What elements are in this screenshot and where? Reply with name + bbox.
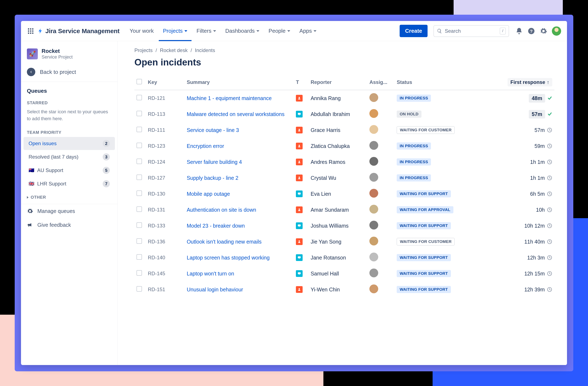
issue-summary-link[interactable]: Supply backup - line 2	[185, 170, 294, 186]
row-checkbox[interactable]	[136, 159, 142, 164]
row-checkbox[interactable]	[136, 206, 142, 212]
issue-summary-link[interactable]: Machine 1 - equipment maintenance	[185, 90, 294, 106]
issue-summary-link[interactable]: Outlook isn't loading new emails	[185, 234, 294, 250]
issue-summary-link[interactable]: Mobile app outage	[185, 186, 294, 202]
assignee-avatar[interactable]	[369, 237, 378, 245]
row-checkbox[interactable]	[136, 111, 142, 116]
queue-item[interactable]: Open issues2	[23, 137, 115, 150]
issue-summary-link[interactable]: Server failure building 4	[185, 154, 294, 170]
issue-key[interactable]: RD-151	[146, 282, 185, 297]
assignee-avatar[interactable]	[369, 189, 378, 198]
app-switcher-icon[interactable]	[27, 27, 34, 35]
assignee-avatar[interactable]	[369, 125, 378, 134]
breadcrumb: Projects / Rocket desk / Incidents	[134, 47, 554, 53]
nav-dashboards[interactable]: Dashboards	[221, 21, 264, 41]
assignee-avatar[interactable]	[369, 205, 378, 213]
issue-key[interactable]: RD-124	[146, 154, 185, 170]
reporter-name: Joshua Williams	[309, 218, 367, 234]
issue-summary-link[interactable]: Laptop won't turn on	[185, 266, 294, 282]
issue-key[interactable]: RD-121	[146, 90, 185, 106]
breadcrumb-item[interactable]: Rocket desk	[160, 47, 188, 53]
assignee-avatar[interactable]	[369, 173, 378, 182]
issue-key[interactable]: RD-140	[146, 250, 185, 266]
queue-item[interactable]: Resolved (last 7 days)3	[23, 150, 115, 163]
assignee-avatar[interactable]	[369, 93, 378, 102]
issue-key[interactable]: RD-130	[146, 186, 185, 202]
clock-icon	[547, 127, 552, 133]
nav-filters[interactable]: Filters	[192, 21, 220, 41]
assignee-avatar[interactable]	[369, 109, 378, 118]
svg-rect-19	[298, 272, 301, 274]
search-input[interactable]: Search /	[433, 25, 509, 37]
product-logo[interactable]: Jira Service Management	[37, 27, 120, 35]
issue-key[interactable]: RD-131	[146, 202, 185, 218]
row-checkbox[interactable]	[136, 222, 142, 228]
page-title: Open incidents	[134, 57, 554, 68]
assignee-avatar[interactable]	[369, 285, 378, 293]
create-button[interactable]: Create	[400, 25, 428, 37]
issue-summary-link[interactable]: Unusual login behaviour	[185, 282, 294, 297]
assignee-avatar[interactable]	[369, 269, 378, 277]
queue-item[interactable]: 🇬🇧LHR Support7	[23, 177, 115, 190]
clock-icon	[547, 255, 552, 260]
col-assignee[interactable]: Assig...	[367, 75, 395, 90]
assignee-avatar[interactable]	[369, 221, 378, 230]
table-row: RD-121Machine 1 - equipment maintenanceA…	[134, 90, 554, 106]
row-checkbox[interactable]	[136, 143, 142, 148]
row-checkbox[interactable]	[136, 270, 142, 276]
col-summary[interactable]: Summary	[185, 75, 294, 90]
queue-label: Open issues	[29, 141, 57, 146]
help-icon[interactable]: ?	[527, 27, 535, 35]
clock-icon	[547, 191, 552, 196]
search-placeholder: Search	[445, 28, 461, 34]
breadcrumb-item[interactable]: Incidents	[195, 47, 215, 53]
select-all-checkbox[interactable]	[136, 79, 142, 84]
queue-item[interactable]: 🇦🇺AU Support5	[23, 164, 115, 177]
issue-summary-link[interactable]: Authentication on site is down	[185, 202, 294, 218]
breadcrumb-item[interactable]: Projects	[134, 47, 153, 53]
col-type[interactable]: T	[294, 75, 309, 90]
nav-your-work[interactable]: Your work	[125, 21, 158, 41]
col-status[interactable]: Status	[395, 75, 466, 90]
row-checkbox[interactable]	[136, 127, 142, 132]
reporter-name: Annika Rang	[309, 90, 367, 106]
reporter-name: Jane Rotanson	[309, 250, 367, 266]
issue-key[interactable]: RD-136	[146, 234, 185, 250]
nav-projects[interactable]: Projects	[159, 21, 191, 41]
other-section-toggle[interactable]: OTHER	[21, 191, 117, 204]
col-first-response[interactable]: First response ↑	[466, 75, 554, 90]
issue-summary-link[interactable]: Model 23 - breaker down	[185, 218, 294, 234]
notifications-icon[interactable]	[515, 27, 523, 35]
nav-people[interactable]: People	[264, 21, 294, 41]
manage-queues[interactable]: Manage queues	[21, 204, 117, 218]
row-checkbox[interactable]	[136, 95, 142, 100]
issue-summary-link[interactable]: Encryption error	[185, 138, 294, 154]
row-checkbox[interactable]	[136, 254, 142, 260]
row-checkbox[interactable]	[136, 191, 142, 196]
nav-apps[interactable]: Apps	[295, 21, 321, 41]
row-checkbox[interactable]	[136, 286, 142, 292]
issue-summary-link[interactable]: Laptop screen has stopped working	[185, 250, 294, 266]
issue-key[interactable]: RD-145	[146, 266, 185, 282]
issue-summary-link[interactable]: Malware detected on several workstations	[185, 106, 294, 122]
issue-key[interactable]: RD-127	[146, 170, 185, 186]
give-feedback[interactable]: Give feedback	[21, 218, 117, 232]
row-checkbox[interactable]	[136, 174, 142, 180]
settings-icon[interactable]	[540, 27, 547, 35]
reporter-name: Abdullah Ibrahim	[309, 106, 367, 122]
assignee-avatar[interactable]	[369, 157, 378, 166]
issue-key[interactable]: RD-113	[146, 106, 185, 122]
issue-summary-link[interactable]: Service outage - line 3	[185, 122, 294, 138]
issue-key[interactable]: RD-123	[146, 138, 185, 154]
issue-key[interactable]: RD-111	[146, 122, 185, 138]
assignee-avatar[interactable]	[369, 252, 378, 261]
col-key[interactable]: Key	[146, 75, 185, 90]
profile-avatar[interactable]	[552, 26, 561, 36]
issue-key[interactable]: RD-133	[146, 218, 185, 234]
back-to-project[interactable]: Back to project	[21, 64, 117, 82]
col-reporter[interactable]: Reporter	[309, 75, 367, 90]
project-header[interactable]: 🚀 Rocket Service Project	[21, 46, 117, 64]
row-checkbox[interactable]	[136, 238, 142, 244]
assignee-avatar[interactable]	[369, 141, 378, 150]
svg-rect-3	[299, 115, 300, 116]
